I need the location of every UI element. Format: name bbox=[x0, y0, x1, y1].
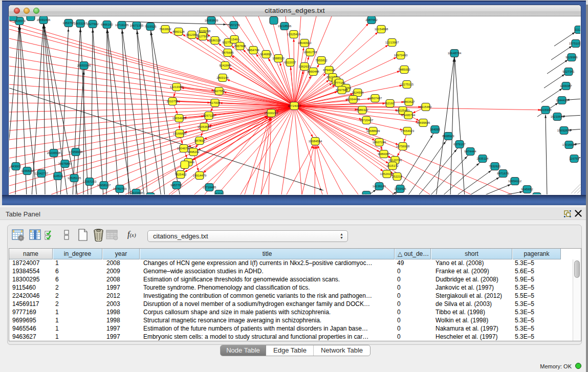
svg-text:9245652: 9245652 bbox=[521, 188, 533, 191]
svg-text:62160: 62160 bbox=[386, 102, 395, 105]
svg-text:943001: 943001 bbox=[11, 165, 21, 168]
svg-text:3215938: 3215938 bbox=[539, 108, 552, 112]
svg-text:7515525: 7515525 bbox=[144, 25, 157, 28]
svg-text:16120746: 16120746 bbox=[388, 159, 402, 162]
svg-text:12923468: 12923468 bbox=[129, 191, 143, 194]
svg-text:1527602: 1527602 bbox=[86, 23, 99, 26]
svg-text:16671355: 16671355 bbox=[130, 24, 144, 27]
svg-text:2367608: 2367608 bbox=[234, 45, 246, 48]
svg-text:19166825: 19166825 bbox=[173, 132, 187, 135]
svg-text:10756928: 10756928 bbox=[396, 145, 410, 148]
svg-text:6466160: 6466160 bbox=[101, 23, 113, 26]
svg-text:8990448: 8990448 bbox=[307, 70, 319, 73]
svg-text:7955812: 7955812 bbox=[315, 59, 328, 62]
svg-text:15353594: 15353594 bbox=[198, 125, 211, 128]
svg-text:8186328: 8186328 bbox=[209, 39, 221, 42]
svg-text:10807487: 10807487 bbox=[368, 97, 382, 100]
svg-text:10653287: 10653287 bbox=[74, 22, 88, 25]
svg-text:17357253: 17357253 bbox=[83, 180, 97, 183]
svg-text:20091406: 20091406 bbox=[37, 18, 51, 21]
svg-text:1209387: 1209387 bbox=[560, 84, 572, 87]
svg-text:12275115: 12275115 bbox=[400, 83, 414, 86]
svg-text:10699695: 10699695 bbox=[417, 121, 430, 124]
svg-text:12342737: 12342737 bbox=[35, 172, 49, 175]
svg-text:16210643: 16210643 bbox=[551, 115, 564, 118]
svg-text:417006: 417006 bbox=[210, 101, 221, 104]
svg-text:14136141: 14136141 bbox=[373, 185, 386, 188]
svg-text:1546: 1546 bbox=[231, 38, 238, 41]
svg-text:587832: 587832 bbox=[194, 139, 205, 142]
svg-text:17016504: 17016504 bbox=[562, 143, 576, 146]
svg-text:2935114: 2935114 bbox=[477, 157, 489, 160]
svg-text:7625402: 7625402 bbox=[175, 173, 187, 176]
svg-text:15751074: 15751074 bbox=[569, 42, 580, 45]
svg-text:10688609: 10688609 bbox=[366, 129, 380, 133]
svg-text:9242848: 9242848 bbox=[219, 64, 231, 67]
svg-text:15692871: 15692871 bbox=[557, 129, 571, 132]
svg-text:10958107: 10958107 bbox=[97, 184, 111, 187]
svg-text:10648784: 10648784 bbox=[448, 52, 462, 55]
svg-text:7986322: 7986322 bbox=[356, 108, 368, 112]
svg-text:5716: 5716 bbox=[215, 192, 223, 194]
svg-text:7485003: 7485003 bbox=[398, 68, 410, 71]
svg-text:7632621: 7632621 bbox=[489, 165, 501, 168]
svg-text:7663822: 7663822 bbox=[159, 28, 171, 31]
svg-text:8454749: 8454749 bbox=[247, 49, 259, 52]
svg-text:10046786: 10046786 bbox=[177, 147, 191, 150]
svg-text:10719185: 10719185 bbox=[115, 24, 129, 27]
svg-text:8660124: 8660124 bbox=[172, 30, 185, 33]
svg-text:18724007: 18724007 bbox=[288, 104, 301, 107]
svg-text:16914479: 16914479 bbox=[193, 174, 207, 177]
svg-text:9127509: 9127509 bbox=[197, 35, 209, 38]
svg-text:9457791: 9457791 bbox=[170, 184, 183, 187]
svg-text:9129966: 9129966 bbox=[565, 56, 578, 59]
svg-text:1588520: 1588520 bbox=[272, 57, 285, 60]
svg-text:6322037: 6322037 bbox=[284, 61, 296, 64]
svg-text:15716485: 15716485 bbox=[203, 186, 216, 189]
svg-text:10654112: 10654112 bbox=[508, 180, 522, 183]
svg-text:9463627: 9463627 bbox=[403, 100, 415, 103]
svg-text:116753: 116753 bbox=[569, 157, 579, 160]
svg-text:11125: 11125 bbox=[575, 28, 580, 31]
svg-text:21364436: 21364436 bbox=[346, 98, 360, 101]
svg-text:5875685: 5875685 bbox=[222, 51, 234, 54]
svg-text:2803144: 2803144 bbox=[216, 76, 229, 79]
svg-text:9146821: 9146821 bbox=[260, 53, 272, 56]
svg-text:10782759: 10782759 bbox=[113, 187, 127, 190]
svg-text:18640910: 18640910 bbox=[298, 41, 312, 45]
svg-text:1156829: 1156829 bbox=[21, 169, 34, 172]
svg-text:252214: 252214 bbox=[392, 175, 403, 178]
svg-text:114519: 114519 bbox=[53, 174, 63, 178]
svg-text:8427552: 8427552 bbox=[213, 90, 225, 93]
svg-text:5716: 5716 bbox=[363, 193, 370, 194]
svg-text:10973493: 10973493 bbox=[394, 54, 408, 57]
svg-text:4498242: 4498242 bbox=[187, 150, 200, 154]
svg-text:1362615: 1362615 bbox=[298, 65, 311, 68]
svg-text:18607249: 18607249 bbox=[373, 141, 386, 144]
svg-text:6497568: 6497568 bbox=[336, 89, 348, 92]
svg-text:1244415: 1244415 bbox=[556, 99, 568, 102]
svg-text:19218506: 19218506 bbox=[278, 25, 292, 28]
svg-text:20975887: 20975887 bbox=[58, 162, 72, 165]
svg-text:12213383: 12213383 bbox=[170, 85, 184, 89]
svg-text:17359938: 17359938 bbox=[69, 150, 83, 154]
svg-text:19654985: 19654985 bbox=[172, 117, 186, 120]
svg-text:8938923: 8938923 bbox=[442, 135, 454, 138]
svg-text:2087662: 2087662 bbox=[365, 18, 378, 21]
svg-text:9227341: 9227341 bbox=[562, 70, 575, 73]
svg-text:9084067: 9084067 bbox=[378, 152, 390, 156]
svg-text:15720407: 15720407 bbox=[360, 119, 374, 122]
svg-text:9474444: 9474444 bbox=[464, 150, 476, 153]
svg-text:20206538: 20206538 bbox=[47, 151, 61, 155]
svg-text:12213967: 12213967 bbox=[385, 41, 399, 44]
svg-text:16083809: 16083809 bbox=[205, 19, 219, 22]
svg-text:12505135: 12505135 bbox=[68, 177, 81, 180]
svg-text:1010755: 1010755 bbox=[166, 100, 179, 103]
svg-text:13325419: 13325419 bbox=[287, 33, 301, 36]
svg-text:6379197: 6379197 bbox=[453, 143, 466, 146]
svg-text:3624554: 3624554 bbox=[352, 91, 364, 94]
svg-text:3267110: 3267110 bbox=[203, 114, 215, 117]
svg-text:9115460: 9115460 bbox=[420, 105, 432, 108]
svg-text:7357274: 7357274 bbox=[228, 24, 240, 27]
svg-text:6794028: 6794028 bbox=[323, 69, 335, 72]
